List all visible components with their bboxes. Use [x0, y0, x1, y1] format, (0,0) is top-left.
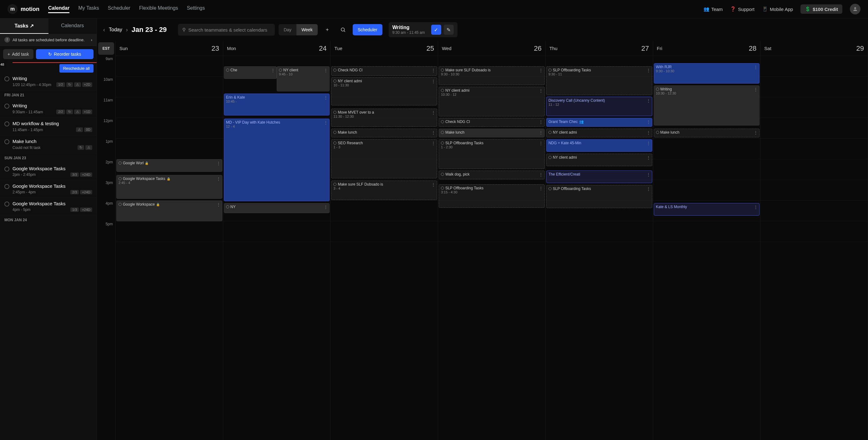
task-item[interactable]: Writing1/20 12:45pm - 4:30pm1/2↻⚠+2D [0, 72, 97, 90]
calendar-event[interactable]: NY client9:45 - 10⋮ [277, 66, 330, 91]
event-menu-icon[interactable]: ⋮ [323, 68, 328, 73]
event-checkbox[interactable] [226, 68, 229, 72]
search-input[interactable]: ⚲ Search teammates & select calendars [178, 24, 275, 36]
event-menu-icon[interactable]: ⋮ [539, 88, 543, 93]
calendar-event[interactable]: Make lunch⋮ [654, 128, 760, 137]
event-checkbox[interactable] [119, 203, 122, 206]
event-checkbox[interactable] [441, 173, 444, 176]
day-header[interactable]: Tue25 [331, 41, 438, 56]
logo[interactable]: m motion [7, 4, 39, 14]
schedule-banner[interactable]: ! All tasks are scheduled before deadlin… [0, 34, 97, 46]
calendar-event[interactable]: Google Workspace 🔒⋮ [116, 201, 222, 221]
day-body[interactable]: Make sure SLF Dubsado is9:30 - 10:30⋮NY … [438, 56, 545, 242]
task-checkbox[interactable] [4, 76, 9, 81]
add-button[interactable]: + [321, 24, 333, 36]
event-checkbox[interactable] [119, 162, 122, 165]
event-menu-icon[interactable]: ⋮ [646, 130, 651, 135]
calendar-event[interactable]: NY client admi10:30 - 12⋮ [439, 87, 545, 116]
calendar-event[interactable]: Move MVET over to a11:30 - 12:30⋮ [331, 109, 437, 127]
day-header[interactable]: Fri28 [653, 41, 761, 56]
calendar-event[interactable]: NY client admi⋮ [546, 154, 652, 166]
calendar-event[interactable]: SLP Offboarding Tasks9:30 - 11⋮ [546, 66, 652, 95]
event-menu-icon[interactable]: ⋮ [539, 186, 543, 191]
day-header[interactable]: Sun23 [116, 41, 223, 56]
calendar-event[interactable]: Walk dog, pick⋮ [439, 171, 545, 179]
event-menu-icon[interactable]: ⋮ [646, 68, 651, 73]
event-menu-icon[interactable]: ⋮ [431, 130, 436, 135]
event-checkbox[interactable] [549, 68, 552, 72]
reorder-button[interactable]: ↻Reorder tasks [36, 49, 93, 59]
event-menu-icon[interactable]: ⋮ [323, 95, 328, 100]
task-checkbox[interactable] [4, 167, 9, 172]
calendar-event[interactable]: NY client admi⋮ [546, 128, 652, 137]
calendar-event[interactable]: Make sure SLF Dubsado is9:30 - 10:30⋮ [439, 66, 545, 85]
support-link[interactable]: ❓Support [730, 6, 754, 12]
timezone-badge[interactable]: EST [98, 42, 114, 55]
event-menu-icon[interactable]: ⋮ [323, 120, 328, 125]
edit-button[interactable]: ✎ [444, 25, 454, 35]
calendar-event[interactable]: SLP Offboarding Tasks1 - 2:30⋮ [439, 139, 545, 169]
event-checkbox[interactable] [441, 120, 444, 123]
calendar-event[interactable]: NDG + Kate 45-Min⋮ [546, 139, 652, 152]
calendar-event[interactable]: SLP Offboarding Tasks⋮ [546, 185, 652, 208]
task-item[interactable]: Google Workspace Tasks2pm - 2:45pm3/3+24… [0, 163, 97, 180]
event-menu-icon[interactable]: ⋮ [646, 186, 651, 192]
nav-flexible-meetings[interactable]: Flexible Meetings [139, 5, 178, 13]
calendar-event[interactable]: Writing10:30 - 12:30⋮ [654, 85, 760, 125]
day-header[interactable]: Sat29 [761, 41, 868, 56]
event-checkbox[interactable] [333, 142, 336, 145]
calendar-event[interactable]: MD - VIP Day with Kate Hutches12 - 4⋮ [224, 119, 330, 201]
event-checkbox[interactable] [441, 186, 444, 189]
nav-my-tasks[interactable]: My Tasks [78, 5, 99, 13]
event-checkbox[interactable] [333, 80, 336, 83]
task-checkbox[interactable] [4, 202, 9, 207]
day-body[interactable]: SLP Offboarding Tasks9:30 - 11⋮Discovery… [546, 56, 653, 242]
event-menu-icon[interactable]: ⋮ [539, 130, 543, 135]
task-checkbox[interactable] [4, 184, 9, 189]
task-item[interactable]: Make lunchCould not fit task↻⚠ [0, 136, 97, 153]
search-button[interactable] [337, 24, 349, 36]
event-menu-icon[interactable]: ⋮ [539, 68, 543, 73]
day-header[interactable]: Wed26 [438, 41, 545, 56]
task-item[interactable]: Google Workspace Tasks4pm - 5pm1/3+24D [0, 198, 97, 215]
event-checkbox[interactable] [333, 68, 336, 72]
event-menu-icon[interactable]: ⋮ [539, 141, 543, 146]
event-menu-icon[interactable]: ⋮ [646, 172, 651, 177]
event-menu-icon[interactable]: ⋮ [539, 172, 543, 177]
credit-badge[interactable]: 💲$100 Credit [801, 4, 842, 14]
event-menu-icon[interactable]: ⋮ [753, 87, 758, 92]
calendar-event[interactable]: NY⋮ [224, 203, 330, 213]
event-menu-icon[interactable]: ⋮ [323, 205, 328, 210]
nav-settings[interactable]: Settings [187, 5, 205, 13]
task-checkbox[interactable] [4, 104, 9, 109]
calendar-event[interactable]: Make lunch⋮ [439, 128, 545, 137]
calendar-event[interactable]: The Efficient/Creati⋮ [546, 171, 652, 183]
reschedule-button[interactable]: Reschedule all [59, 64, 93, 72]
event-checkbox[interactable] [549, 187, 552, 190]
event-checkbox[interactable] [333, 131, 336, 134]
event-menu-icon[interactable]: ⋮ [431, 141, 436, 146]
day-body[interactable]: Google Worl 🔒⋮Google Workspace Tasks 🔒2:… [116, 56, 223, 242]
event-menu-icon[interactable]: ⋮ [216, 202, 221, 207]
calendar-event[interactable]: Erin & Kate10:45 -⋮ [224, 94, 330, 115]
day-header[interactable]: Thu27 [546, 41, 653, 56]
event-checkbox[interactable] [119, 177, 122, 180]
complete-button[interactable]: ✓ [431, 25, 441, 35]
view-day[interactable]: Day [279, 24, 297, 35]
calendar-event[interactable]: SLP Offboarding Tasks3:15 - 4:30⋮ [439, 184, 545, 208]
calendar-event[interactable]: Make lunch⋮ [331, 128, 437, 137]
event-menu-icon[interactable]: ⋮ [431, 79, 436, 84]
calendar-event[interactable]: Grant Team Chec 👥⋮ [546, 118, 652, 127]
nav-calendar[interactable]: Calendar [48, 5, 69, 13]
event-menu-icon[interactable]: ⋮ [431, 68, 436, 73]
event-menu-icon[interactable]: ⋮ [753, 130, 758, 135]
mobile-link[interactable]: 📱Mobile App [762, 6, 793, 12]
add-task-button[interactable]: +Add task [3, 49, 33, 59]
day-body[interactable]: With RJR9:30 - 10:30⋮Writing10:30 - 12:3… [653, 56, 761, 242]
event-menu-icon[interactable]: ⋮ [216, 161, 221, 166]
event-menu-icon[interactable]: ⋮ [753, 65, 758, 70]
calendar-event[interactable]: Kate & LS Monthly⋮ [654, 203, 760, 216]
calendar-event[interactable]: Check NDG Cl⋮ [439, 118, 545, 127]
day-header[interactable]: Mon24 [223, 41, 331, 56]
event-menu-icon[interactable]: ⋮ [646, 141, 651, 146]
